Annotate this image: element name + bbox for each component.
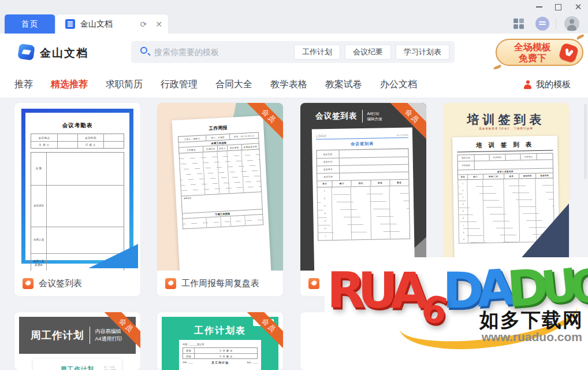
preview-title: 会议签到表 xyxy=(315,111,358,121)
hot-keyword-meeting-minutes[interactable]: 会议纪要 xyxy=(345,45,391,60)
tab-home[interactable]: 首页 xyxy=(5,14,55,34)
template-card-work-plan-table[interactable]: W 文档 工作计划表 日期：______某公司 星期 工 作 重 点 周期 工 … xyxy=(157,312,283,370)
preview-doc-title: 工作周报 xyxy=(177,123,258,134)
tab-home-label: 首页 xyxy=(21,19,39,29)
col-header: 部门 xyxy=(468,175,483,179)
hot-keyword-work-plan[interactable]: 工作计划 xyxy=(294,45,340,60)
search-input[interactable] xyxy=(154,41,299,63)
template-preview: 工作周报 汇报人：晓晓儿 部门：市场部 时间：04.15-04.21 本周工作总… xyxy=(157,103,283,271)
nav-item-office-docs[interactable]: 办公文档 xyxy=(380,79,417,91)
preview-subtitle: 高效考勤管理【必备】，下载即可使用 xyxy=(443,127,569,130)
promo-text: 全场模板 免费下 xyxy=(507,42,558,64)
cell-label: 项目名称 xyxy=(458,155,474,161)
preview-page: 日期：______某公司 星期 工 作 重 点 周期 工 作 重 点 日期：__… xyxy=(179,340,261,370)
decor-leaf-icon xyxy=(493,65,502,70)
close-button[interactable]: ✕ xyxy=(571,2,585,12)
tab-close-icon[interactable]: ✕ xyxy=(155,20,162,29)
user-avatar[interactable] xyxy=(564,16,579,31)
preview-page: 会议考勤表 会议地点 会议时间 主 持 人 记 录 人 xyxy=(25,113,129,260)
app-title: 金山文档 xyxy=(40,46,88,61)
promo-line1: 全场模板 xyxy=(507,42,558,53)
preview-header: 周工作计划 内容易编辑 A4通用打印 xyxy=(19,317,136,354)
col-header: 签名 xyxy=(389,180,408,186)
col-header: 完成时间 xyxy=(203,146,217,151)
hot-flame-icon xyxy=(165,278,176,289)
cell-label: 工 作 重 点 xyxy=(194,354,257,358)
apps-grid-icon[interactable] xyxy=(513,18,524,29)
nav-item-exam-papers[interactable]: 教案试卷 xyxy=(325,79,362,91)
nav-item-contracts[interactable]: 合同大全 xyxy=(215,79,252,91)
kingsoft-docs-logo-icon[interactable] xyxy=(17,43,35,61)
search-bar[interactable]: 工作计划 会议纪要 学习计划表 xyxy=(131,41,455,63)
row-numbers: 1 2 3 4 5 6 7 8 9 xyxy=(458,180,468,243)
hot-flame-icon xyxy=(23,278,34,289)
page-top: LOGO 输入公司名称 xyxy=(316,133,408,140)
scrollbar[interactable] xyxy=(584,104,587,179)
document-icon xyxy=(65,19,75,29)
card-footer: 工作周报每周复盘表 xyxy=(157,271,283,296)
preview-page: LOGO 输入公司名称 会议签到表 会议主题 会议时间 会议地点 会议主持 序号… xyxy=(312,128,415,271)
nav-item-resume[interactable]: 求职简历 xyxy=(106,79,143,91)
preview-page: 工作周报 汇报人：晓晓儿 部门：市场部 时间：04.15-04.21 本周工作总… xyxy=(172,116,272,271)
minimize-button[interactable] xyxy=(532,2,546,12)
maximize-icon xyxy=(555,4,561,10)
template-card-weekly-report[interactable]: 工作周报 汇报人：晓晓儿 部门：市场部 时间：04.15-04.21 本周工作总… xyxy=(157,103,283,296)
subtitle-line: A4打印 xyxy=(367,111,382,116)
col-header: 风险报告 xyxy=(227,145,241,150)
maximize-button[interactable] xyxy=(551,2,565,12)
logo-placeholder: LOGO xyxy=(316,134,326,138)
preview-subtitle: A4打印 编辑方便 xyxy=(367,111,382,121)
col-header: 姓名 xyxy=(504,174,519,179)
preview-title: 培训签到表 xyxy=(443,112,569,128)
cell-label: 培训地点 xyxy=(520,154,537,160)
preview-subtitle: 内容易编辑 A4通用打印 xyxy=(95,328,122,343)
template-preview: 会议考勤表 会议地点 会议时间 主 持 人 记 录 人 xyxy=(14,103,140,271)
col-header: 序号 xyxy=(317,181,332,187)
preview-table: 议 题 会议决议 出席人员 缺席人员 及理由 xyxy=(31,152,124,271)
doc-footer: 日期：____ 月工作计划 姓名：____ xyxy=(183,361,258,364)
chat-bubble-icon[interactable] xyxy=(535,17,549,31)
template-preview: 会议签到表 A4打印 编辑方便 LOGO 输入公司名称 会议签到表 会议主题 xyxy=(300,103,426,271)
cell-label: 出席人员 xyxy=(31,227,46,253)
col-header: 签到时间 xyxy=(519,173,536,179)
tab-kingsoft-docs[interactable]: 金山文档 ⟳ ✕ xyxy=(56,14,168,34)
col-header: 职务/工作 xyxy=(483,174,504,179)
my-templates-button[interactable]: 我的模板 xyxy=(523,71,571,98)
col-header: 部门 xyxy=(332,180,351,187)
subtitle-line: 内容易编辑 xyxy=(95,328,122,335)
doc-line: 日期：______某公司 xyxy=(183,343,258,346)
wps-text: 文档 xyxy=(263,321,269,324)
nav-item-teaching-forms[interactable]: 教学表格 xyxy=(270,79,307,91)
subtitle-line: 编辑方便 xyxy=(367,116,382,121)
tab-doc-label: 金山文档 xyxy=(80,19,132,29)
promo-line2: 免费下 xyxy=(507,53,558,64)
promo-banner[interactable]: 全场模板 免费下 xyxy=(496,39,583,66)
hot-flame-icon xyxy=(308,278,319,289)
divider xyxy=(362,110,363,123)
table-lines xyxy=(179,149,262,196)
company-placeholder: 输入公司名称 xyxy=(397,134,408,136)
decor-leaf-icon xyxy=(576,34,585,39)
nav-item-featured[interactable]: 精选推荐 xyxy=(51,79,88,91)
col-header: 职位 xyxy=(351,180,370,187)
preview-frame: 会议考勤表 会议地点 会议时间 主 持 人 记 录 人 xyxy=(21,109,133,264)
cell-label: 培训讲师 xyxy=(458,161,474,169)
cell-label: 会议主持 xyxy=(317,173,339,181)
nav-item-recommend[interactable]: 推荐 xyxy=(14,79,33,91)
cell-label: 会议时间 xyxy=(317,158,339,166)
nav-items: 推荐 精选推荐 求职简历 行政管理 合同大全 教学表格 教案试卷 办公文档 xyxy=(14,71,417,98)
template-card-meeting-signin[interactable]: 会议考勤表 会议地点 会议时间 主 持 人 记 录 人 xyxy=(14,103,140,296)
col-header: 签退时间 xyxy=(536,173,553,179)
refresh-icon[interactable]: ⟳ xyxy=(140,20,147,29)
cell-label: 会议地点 xyxy=(317,166,339,173)
app-window: ✕ 首页 金山文档 ⟳ ✕ 金山文档 工作计划 会议纪要 学习计划表 全场模 xyxy=(0,0,588,370)
col-header: 序号 xyxy=(458,175,468,179)
cell-label: 星期 xyxy=(183,348,194,353)
template-card-weekly-work-plan[interactable]: 周工作计划 内容易编辑 A4通用打印 周工作计划 部 门：运营部 负责人：某某某… xyxy=(14,312,140,370)
category-nav: 推荐 精选推荐 求职简历 行政管理 合同大全 教学表格 教案试卷 办公文档 我的… xyxy=(0,71,588,98)
cell-label: 主 持 人 xyxy=(31,142,57,148)
preview-title: 工作计划表 xyxy=(157,325,283,337)
template-preview: 培训签到表 高效考勤管理【必备】，下载即可使用 培 训 签 到 表 项目名称 培… xyxy=(443,103,569,271)
hot-keyword-study-plan[interactable]: 学习计划表 xyxy=(396,45,449,60)
nav-item-admin[interactable]: 行政管理 xyxy=(161,79,198,91)
